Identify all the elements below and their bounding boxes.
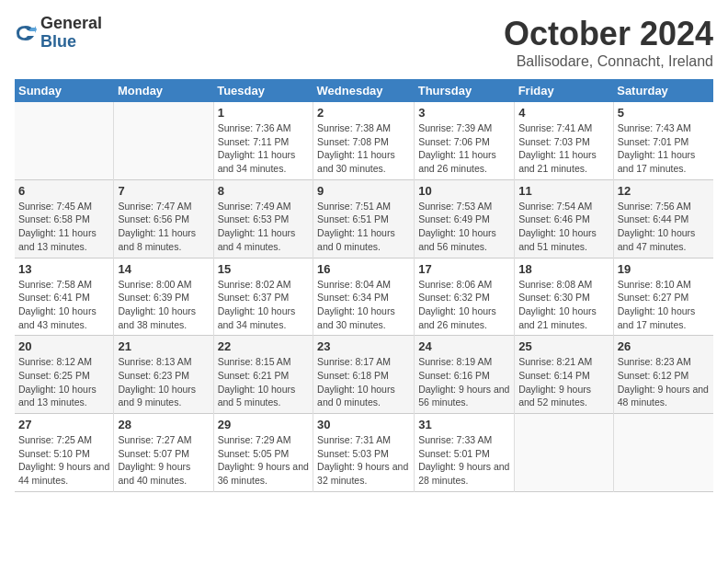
header-cell-monday: Monday xyxy=(114,79,213,102)
day-cell: 24Sunrise: 8:19 AM Sunset: 6:16 PM Dayli… xyxy=(415,336,515,414)
day-number: 7 xyxy=(118,184,209,198)
day-info: Sunrise: 8:15 AM Sunset: 6:21 PM Dayligh… xyxy=(218,355,309,409)
day-info: Sunrise: 8:17 AM Sunset: 6:18 PM Dayligh… xyxy=(317,355,410,409)
day-number: 25 xyxy=(518,339,609,353)
day-cell: 17Sunrise: 8:06 AM Sunset: 6:32 PM Dayli… xyxy=(415,258,515,336)
week-row-0: 1Sunrise: 7:36 AM Sunset: 7:11 PM Daylig… xyxy=(15,102,713,179)
header-cell-friday: Friday xyxy=(515,79,614,102)
calendar-header: SundayMondayTuesdayWednesdayThursdayFrid… xyxy=(15,79,713,102)
header-row: SundayMondayTuesdayWednesdayThursdayFrid… xyxy=(15,79,713,102)
day-number: 13 xyxy=(18,262,109,276)
day-number: 1 xyxy=(218,106,309,120)
calendar-table: SundayMondayTuesdayWednesdayThursdayFrid… xyxy=(15,79,713,492)
day-cell: 19Sunrise: 8:10 AM Sunset: 6:27 PM Dayli… xyxy=(613,258,713,336)
title-block: October 2024 Ballisodare, Connacht, Irel… xyxy=(504,15,713,70)
month-title: October 2024 xyxy=(504,15,713,53)
day-info: Sunrise: 8:21 AM Sunset: 6:14 PM Dayligh… xyxy=(518,355,609,409)
day-number: 6 xyxy=(18,184,109,198)
day-info: Sunrise: 7:43 AM Sunset: 7:01 PM Dayligh… xyxy=(618,121,710,176)
day-cell: 26Sunrise: 8:23 AM Sunset: 6:12 PM Dayli… xyxy=(613,336,713,414)
page-header: General Blue October 2024 Ballisodare, C… xyxy=(15,15,713,70)
day-cell xyxy=(613,414,713,492)
day-info: Sunrise: 8:23 AM Sunset: 6:12 PM Dayligh… xyxy=(618,355,710,409)
day-info: Sunrise: 7:51 AM Sunset: 6:51 PM Dayligh… xyxy=(317,200,410,254)
day-cell: 2Sunrise: 7:38 AM Sunset: 7:08 PM Daylig… xyxy=(313,102,415,179)
day-info: Sunrise: 7:53 AM Sunset: 6:49 PM Dayligh… xyxy=(418,200,510,254)
day-cell: 12Sunrise: 7:56 AM Sunset: 6:44 PM Dayli… xyxy=(613,179,713,258)
day-number: 9 xyxy=(317,184,410,198)
day-cell: 30Sunrise: 7:31 AM Sunset: 5:03 PM Dayli… xyxy=(313,414,415,492)
day-cell: 8Sunrise: 7:49 AM Sunset: 6:53 PM Daylig… xyxy=(213,179,313,258)
day-cell: 11Sunrise: 7:54 AM Sunset: 6:46 PM Dayli… xyxy=(515,179,614,258)
week-row-2: 13Sunrise: 7:58 AM Sunset: 6:41 PM Dayli… xyxy=(15,258,713,336)
day-number: 15 xyxy=(218,262,309,276)
calendar-body: 1Sunrise: 7:36 AM Sunset: 7:11 PM Daylig… xyxy=(15,102,713,491)
day-number: 12 xyxy=(618,184,710,198)
day-number: 28 xyxy=(118,418,209,431)
day-number: 27 xyxy=(18,418,109,431)
day-cell: 20Sunrise: 8:12 AM Sunset: 6:25 PM Dayli… xyxy=(15,336,114,414)
day-info: Sunrise: 7:29 AM Sunset: 5:05 PM Dayligh… xyxy=(218,433,309,488)
day-info: Sunrise: 8:12 AM Sunset: 6:25 PM Dayligh… xyxy=(18,355,109,409)
day-cell: 10Sunrise: 7:53 AM Sunset: 6:49 PM Dayli… xyxy=(415,179,515,258)
day-info: Sunrise: 7:33 AM Sunset: 5:01 PM Dayligh… xyxy=(418,433,510,488)
logo-icon xyxy=(15,22,37,44)
day-number: 4 xyxy=(518,106,609,120)
day-number: 3 xyxy=(418,106,510,120)
header-cell-saturday: Saturday xyxy=(613,79,713,102)
day-info: Sunrise: 7:58 AM Sunset: 6:41 PM Dayligh… xyxy=(18,278,109,332)
logo-general: General xyxy=(40,15,102,33)
day-number: 31 xyxy=(418,418,510,431)
day-number: 22 xyxy=(218,339,309,353)
day-number: 2 xyxy=(317,106,410,120)
day-number: 21 xyxy=(118,339,209,353)
day-info: Sunrise: 8:08 AM Sunset: 6:30 PM Dayligh… xyxy=(518,278,609,332)
day-cell: 14Sunrise: 8:00 AM Sunset: 6:39 PM Dayli… xyxy=(114,258,213,336)
day-info: Sunrise: 8:13 AM Sunset: 6:23 PM Dayligh… xyxy=(118,355,209,409)
day-cell: 27Sunrise: 7:25 AM Sunset: 5:10 PM Dayli… xyxy=(15,414,114,492)
day-info: Sunrise: 8:04 AM Sunset: 6:34 PM Dayligh… xyxy=(317,278,410,332)
day-number: 30 xyxy=(317,418,410,431)
day-cell: 6Sunrise: 7:45 AM Sunset: 6:58 PM Daylig… xyxy=(15,179,114,258)
day-number: 14 xyxy=(118,262,209,276)
day-info: Sunrise: 7:31 AM Sunset: 5:03 PM Dayligh… xyxy=(317,433,410,488)
day-info: Sunrise: 8:19 AM Sunset: 6:16 PM Dayligh… xyxy=(418,355,510,409)
day-info: Sunrise: 7:27 AM Sunset: 5:07 PM Dayligh… xyxy=(118,433,209,488)
day-cell: 16Sunrise: 8:04 AM Sunset: 6:34 PM Dayli… xyxy=(313,258,415,336)
day-info: Sunrise: 8:10 AM Sunset: 6:27 PM Dayligh… xyxy=(618,278,710,332)
header-cell-thursday: Thursday xyxy=(415,79,515,102)
logo-text: General Blue xyxy=(40,15,102,52)
day-number: 24 xyxy=(418,339,510,353)
day-number: 29 xyxy=(218,418,309,431)
day-number: 23 xyxy=(317,339,410,353)
day-number: 17 xyxy=(418,262,510,276)
day-number: 5 xyxy=(618,106,710,120)
day-cell xyxy=(15,102,114,179)
day-cell: 31Sunrise: 7:33 AM Sunset: 5:01 PM Dayli… xyxy=(415,414,515,492)
day-info: Sunrise: 7:56 AM Sunset: 6:44 PM Dayligh… xyxy=(618,200,710,254)
day-cell xyxy=(114,102,213,179)
day-cell: 4Sunrise: 7:41 AM Sunset: 7:03 PM Daylig… xyxy=(515,102,614,179)
location-subtitle: Ballisodare, Connacht, Ireland xyxy=(504,53,713,70)
day-number: 18 xyxy=(518,262,609,276)
day-number: 8 xyxy=(218,184,309,198)
day-info: Sunrise: 7:25 AM Sunset: 5:10 PM Dayligh… xyxy=(18,433,109,488)
day-info: Sunrise: 7:41 AM Sunset: 7:03 PM Dayligh… xyxy=(518,121,609,176)
day-cell: 18Sunrise: 8:08 AM Sunset: 6:30 PM Dayli… xyxy=(515,258,614,336)
day-cell: 21Sunrise: 8:13 AM Sunset: 6:23 PM Dayli… xyxy=(114,336,213,414)
day-cell: 3Sunrise: 7:39 AM Sunset: 7:06 PM Daylig… xyxy=(415,102,515,179)
week-row-3: 20Sunrise: 8:12 AM Sunset: 6:25 PM Dayli… xyxy=(15,336,713,414)
day-info: Sunrise: 8:00 AM Sunset: 6:39 PM Dayligh… xyxy=(118,278,209,332)
day-info: Sunrise: 7:36 AM Sunset: 7:11 PM Dayligh… xyxy=(218,121,309,176)
day-info: Sunrise: 7:39 AM Sunset: 7:06 PM Dayligh… xyxy=(418,121,510,176)
header-cell-sunday: Sunday xyxy=(15,79,114,102)
day-number: 10 xyxy=(418,184,510,198)
day-cell: 13Sunrise: 7:58 AM Sunset: 6:41 PM Dayli… xyxy=(15,258,114,336)
day-info: Sunrise: 8:06 AM Sunset: 6:32 PM Dayligh… xyxy=(418,278,510,332)
day-info: Sunrise: 8:02 AM Sunset: 6:37 PM Dayligh… xyxy=(218,278,309,332)
header-cell-wednesday: Wednesday xyxy=(313,79,415,102)
day-cell: 1Sunrise: 7:36 AM Sunset: 7:11 PM Daylig… xyxy=(213,102,313,179)
day-number: 19 xyxy=(618,262,710,276)
day-cell: 23Sunrise: 8:17 AM Sunset: 6:18 PM Dayli… xyxy=(313,336,415,414)
day-info: Sunrise: 7:47 AM Sunset: 6:56 PM Dayligh… xyxy=(118,200,209,254)
